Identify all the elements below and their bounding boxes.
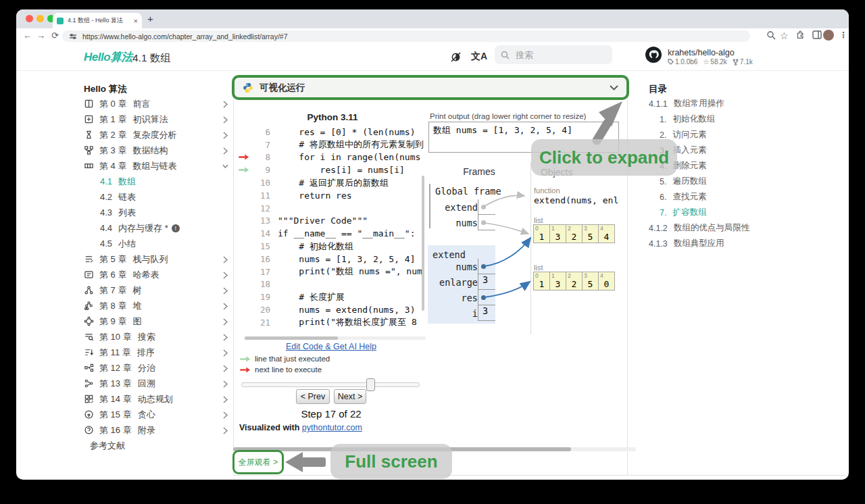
- back-icon[interactable]: ←: [23, 30, 32, 41]
- code-text: nums = [1, 3, 2, 5, 4]: [278, 254, 416, 264]
- sidebar-item-第6章[interactable]: 第 6 章哈希表: [84, 267, 230, 282]
- arrow-legend: line that just executednext line to exec…: [239, 353, 330, 375]
- sidebar-item-第16章[interactable]: 第 16 章附录: [84, 422, 230, 438]
- line-number: 11: [253, 191, 270, 201]
- sidebar-item-第15章[interactable]: 第 15 章贪心: [84, 407, 230, 422]
- sidebar-item-第7章[interactable]: 第 7 章树: [84, 282, 230, 298]
- toc-item-7[interactable]: 7.扩容数组: [649, 205, 804, 220]
- chevron-right-icon[interactable]: [222, 364, 228, 375]
- sidebar-item-第11章[interactable]: 第 11 章排序: [84, 345, 230, 360]
- code-horizontal-scrollbar[interactable]: [245, 336, 338, 340]
- sidebar-item-4.1[interactable]: 4.1数组: [84, 174, 230, 189]
- traffic-minimize-button[interactable]: [36, 15, 44, 22]
- chevron-right-icon[interactable]: [222, 395, 228, 406]
- sidebar-item-第1章[interactable]: 第 1 章初识算法: [84, 111, 230, 127]
- chevron-right-icon[interactable]: [222, 100, 228, 111]
- sidebar-item-4.5[interactable]: 4.5小结: [84, 236, 230, 251]
- line-number: 16: [253, 254, 270, 264]
- sidebar-item-第14章[interactable]: 第 14 章动态规划: [84, 391, 230, 407]
- site-info-icon[interactable]: [69, 32, 77, 41]
- chevron-right-icon[interactable]: [222, 333, 228, 344]
- chevron-right-icon[interactable]: [222, 411, 228, 422]
- side-panel-icon[interactable]: [812, 30, 822, 39]
- sidebar-item-第4章[interactable]: 第 4 章数组与链表: [84, 158, 230, 174]
- chevron-right-icon[interactable]: [222, 286, 228, 297]
- chevron-right-icon[interactable]: [222, 380, 228, 390]
- pythontutor-link[interactable]: pythontutor.com: [302, 423, 362, 432]
- fullscreen-button[interactable]: 全屏观看 >: [232, 450, 284, 474]
- repo-name[interactable]: krahets/hello-algo: [668, 48, 735, 57]
- code-line-21: 21 print("将数组长度扩展至 8: [237, 316, 426, 329]
- sidebar-item-4.2[interactable]: 4.2链表: [84, 189, 230, 205]
- chevron-right-icon[interactable]: [222, 116, 228, 126]
- step-slider-thumb[interactable]: [366, 378, 375, 391]
- code-line-18: 18: [237, 278, 426, 291]
- browser-menu-icon[interactable]: ⋮: [839, 30, 847, 40]
- repo-forks: 7.1k: [733, 58, 753, 66]
- search-input[interactable]: [514, 49, 598, 61]
- sidebar-item-第12章[interactable]: 第 12 章分治: [84, 360, 230, 376]
- chevron-down-icon[interactable]: [222, 162, 228, 173]
- sidebar-item-4.4[interactable]: 4.4内存与缓存 *!: [84, 220, 230, 236]
- credit-line: Visualized with pythontutor.com: [239, 423, 362, 432]
- edit-code-link[interactable]: Edit Code & Get AI Help: [286, 342, 376, 351]
- line-number: 18: [253, 279, 270, 289]
- toc-item-1[interactable]: 1.初始化数组: [649, 111, 804, 127]
- chevron-right-icon[interactable]: [222, 271, 228, 282]
- reload-icon[interactable]: ⟳: [51, 30, 59, 41]
- forward-icon[interactable]: →: [36, 30, 45, 41]
- site-logo[interactable]: Hello算法: [84, 49, 132, 65]
- browser-tab[interactable]: 4.1 数组 - Hello 算法 ×: [53, 13, 142, 28]
- step-slider-track[interactable]: [241, 382, 420, 387]
- bookmark-star-icon[interactable]: ☆: [780, 30, 789, 41]
- sidebar-item-第5章[interactable]: 第 5 章栈与队列: [84, 251, 230, 267]
- translate-icon[interactable]: 文A: [471, 51, 487, 63]
- chevron-right-icon[interactable]: [222, 147, 228, 157]
- sidebar-item-第8章[interactable]: 第 8 章堆: [84, 298, 230, 313]
- sidebar-item-第0章[interactable]: 第 0 章前言: [84, 96, 230, 111]
- prev-button[interactable]: < Prev: [296, 389, 330, 404]
- url-bar[interactable]: https://www.hello-algo.com/chapter_array…: [62, 30, 750, 42]
- repo-stars: ☆58.2k: [703, 58, 726, 66]
- code-line-16: 16 nums = [1, 3, 2, 5, 4]: [237, 253, 426, 266]
- toc-item-4.1.3[interactable]: 4.1.3数组典型应用: [649, 236, 804, 251]
- code-text: for i in range(len(nums: [278, 152, 420, 162]
- chevron-right-icon[interactable]: [222, 255, 228, 266]
- chevron-right-icon[interactable]: [222, 349, 228, 359]
- sidebar-item-4.3[interactable]: 4.3列表: [84, 205, 230, 220]
- next-button[interactable]: Next >: [334, 389, 366, 404]
- line-number: 12: [253, 203, 270, 213]
- chevron-down-icon[interactable]: [610, 85, 618, 91]
- line-number: 15: [253, 241, 270, 251]
- sidebar-item-第13章[interactable]: 第 13 章回溯: [84, 376, 230, 391]
- sidebar-item-参考文献[interactable]: 参考文献: [84, 438, 230, 453]
- code-line-12: 12: [237, 202, 426, 215]
- theme-toggle-icon[interactable]: [449, 51, 462, 64]
- chevron-right-icon[interactable]: [222, 131, 228, 142]
- chevron-right-icon[interactable]: [222, 426, 228, 437]
- new-tab-button[interactable]: +: [147, 13, 153, 24]
- sidebar-item-第10章[interactable]: 第 10 章搜索: [84, 329, 230, 345]
- sidebar-item-第3章[interactable]: 第 3 章数据结构: [84, 143, 230, 158]
- search-box[interactable]: [495, 45, 612, 64]
- profile-avatar[interactable]: [823, 30, 834, 41]
- sidebar-item-第9章[interactable]: 第 9 章图: [84, 313, 230, 329]
- tab-close-icon[interactable]: ×: [134, 17, 138, 25]
- zoom-icon[interactable]: [766, 30, 776, 40]
- github-octocat-icon[interactable]: [645, 46, 662, 64]
- legend-green: line that just executed: [239, 353, 330, 364]
- visualizer-panel-header[interactable]: 可视化运行: [232, 75, 629, 100]
- sidebar-item-第2章[interactable]: 第 2 章复杂度分析: [84, 127, 230, 143]
- chevron-right-icon[interactable]: [222, 302, 228, 313]
- toc-item-5[interactable]: 5.遍历数组: [649, 174, 804, 189]
- traffic-close-button[interactable]: [26, 15, 33, 22]
- code-text: print("将数组长度扩展至 8: [278, 316, 417, 328]
- toc-item-4.1.2[interactable]: 4.1.2数组的优点与局限性: [649, 220, 804, 236]
- toc-item-4.1.1[interactable]: 4.1.1数组常用操作: [649, 96, 804, 111]
- toc-item-6[interactable]: 6.查找元素: [649, 189, 804, 205]
- repo-meta: 1.0.0b6 ☆58.2k 7.1k: [668, 58, 753, 66]
- extensions-icon[interactable]: [796, 30, 806, 40]
- structure-icon: [84, 145, 95, 156]
- fullscreen-label: 全屏观看 >: [239, 457, 278, 468]
- chevron-right-icon[interactable]: [222, 318, 228, 328]
